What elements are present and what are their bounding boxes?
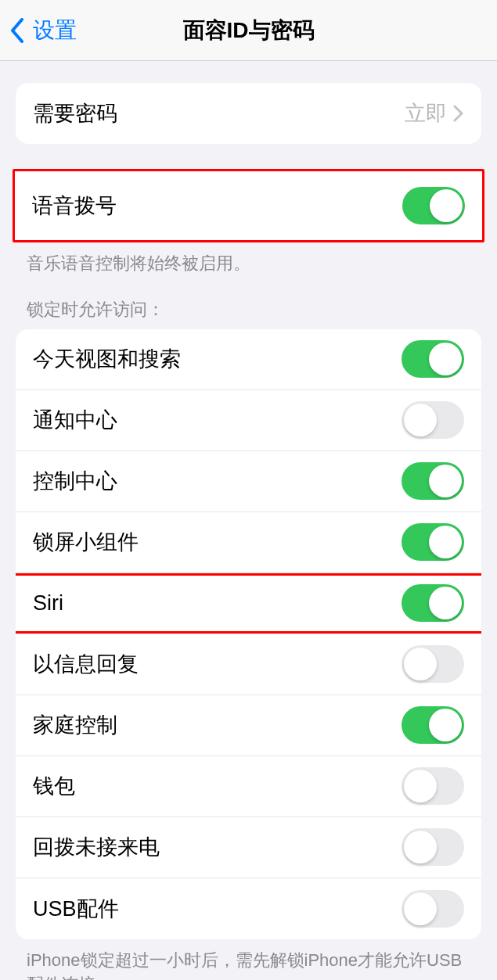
lock-access-toggle[interactable] [402,767,464,805]
voice-dial-label: 语音拨号 [32,192,117,220]
lock-access-row[interactable]: 以信息回复 [16,634,481,695]
voice-dial-highlight: 语音拨号 [13,169,484,242]
lock-access-row[interactable]: 控制中心 [16,451,481,512]
lock-access-toggle[interactable] [402,340,464,378]
require-passcode-section: 需要密码 立即 [16,83,481,144]
require-passcode-value: 立即 [405,99,447,127]
chevron-back-icon [9,18,25,43]
toggle-knob [404,770,437,802]
toggle-knob [429,465,462,497]
toggle-knob [404,892,437,925]
back-label: 设置 [33,16,77,45]
lock-access-toggle[interactable] [402,828,464,866]
toggle-knob [404,831,437,863]
toggle-knob [430,189,463,222]
lock-access-label: 今天视图和搜索 [33,345,181,373]
voice-dial-section: 语音拨号 [15,171,482,240]
lock-access-toggle[interactable] [402,890,464,928]
lock-access-toggle[interactable] [402,523,464,561]
lock-access-toggle[interactable] [402,584,464,622]
lock-access-toggle[interactable] [402,462,464,500]
lock-access-toggle[interactable] [402,645,464,683]
toggle-knob [429,709,462,741]
require-passcode-value-group: 立即 [405,99,464,127]
chevron-right-icon [453,105,464,122]
toggle-knob [429,587,462,619]
content-area: 需要密码 立即 语音拨号 音乐语音控制将始终被启用。 锁定时允许访问： 今天视图… [0,83,497,980]
require-passcode-label: 需要密码 [33,99,117,127]
toggle-knob [404,404,437,436]
back-button[interactable]: 设置 [0,16,77,45]
lock-access-row[interactable]: 钱包 [16,756,481,817]
voice-dial-toggle[interactable] [402,187,465,224]
lock-access-section: 今天视图和搜索通知中心控制中心锁屏小组件Siri以信息回复家庭控制钱包回拨未接来… [16,329,481,939]
voice-dial-footer: 音乐语音控制将始终被启用。 [27,252,470,276]
voice-dial-row[interactable]: 语音拨号 [15,171,482,240]
lock-access-row[interactable]: 回拨未接来电 [16,817,481,878]
lock-access-label: 钱包 [33,772,75,800]
nav-bar: 设置 面容ID与密码 [0,0,497,61]
lock-access-row[interactable]: Siri [16,573,481,634]
lock-access-row[interactable]: 今天视图和搜索 [16,329,481,390]
lock-access-toggle[interactable] [402,401,464,439]
lock-access-row[interactable]: USB配件 [16,878,481,939]
toggle-knob [429,526,462,558]
lock-access-label: 控制中心 [33,467,117,495]
lock-access-label: 以信息回复 [33,650,139,678]
lock-access-row[interactable]: 通知中心 [16,390,481,451]
lock-access-header: 锁定时允许访问： [27,298,470,321]
lock-access-label: USB配件 [33,895,119,923]
lock-access-label: 家庭控制 [33,711,117,739]
lock-access-label: 锁屏小组件 [33,528,139,556]
lock-access-label: 通知中心 [33,406,117,434]
lock-access-label: Siri [33,591,63,616]
toggle-knob [429,343,462,375]
require-passcode-row[interactable]: 需要密码 立即 [16,83,481,144]
lock-access-footer: iPhone锁定超过一小时后，需先解锁iPhone才能允许USB配件连接。 [27,949,470,980]
lock-access-toggle[interactable] [402,706,464,744]
lock-access-label: 回拨未接来电 [33,833,160,861]
lock-access-row[interactable]: 家庭控制 [16,695,481,756]
toggle-knob [404,648,437,680]
lock-access-row[interactable]: 锁屏小组件 [16,512,481,573]
